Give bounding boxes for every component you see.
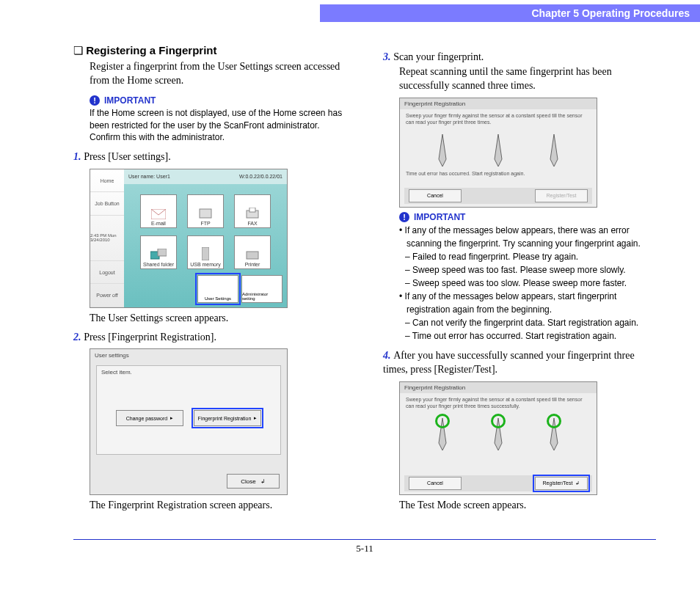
sidebar-power: Power off bbox=[90, 284, 124, 307]
sidebar-logout: Logout bbox=[90, 261, 124, 285]
step-4: 4. After you have successfully scanned y… bbox=[383, 348, 656, 377]
sidebar-home: Home bbox=[90, 169, 124, 193]
register-test-button[interactable]: Register/Test↲ bbox=[535, 477, 588, 490]
sidebar-time: 2:43 PM Mon 3/24/2010 bbox=[90, 216, 124, 261]
usb-icon: USB memory bbox=[187, 235, 224, 269]
svg-rect-7 bbox=[247, 252, 258, 259]
fax-icon: FAX bbox=[234, 194, 271, 228]
step-number: 2. bbox=[73, 332, 81, 343]
section-title: Registering a Fingerprint bbox=[73, 44, 346, 57]
svg-rect-6 bbox=[202, 247, 209, 260]
important-label: IMPORTANT bbox=[104, 95, 156, 106]
admin-setting-button[interactable]: Administrator setting bbox=[241, 275, 282, 303]
dialog-title: Fingerprint Registration bbox=[400, 98, 597, 109]
pen-icon bbox=[543, 133, 565, 168]
step-text: After you have successfully scanned your… bbox=[383, 350, 635, 376]
pen-row-success bbox=[400, 412, 597, 456]
step-1: 1. Press [User settings]. bbox=[73, 150, 346, 164]
screenshot-home: Home Job Button 2:43 PM Mon 3/24/2010 Lo… bbox=[90, 169, 288, 308]
icons-row-1: E-mail FTP FAX bbox=[124, 194, 287, 228]
svg-rect-5 bbox=[158, 249, 167, 256]
left-column: Registering a Fingerprint Register a fin… bbox=[73, 44, 346, 517]
step-3: 3. Scan your fingerprint. Repeat scannin… bbox=[383, 50, 656, 93]
important-label: IMPORTANT bbox=[414, 212, 465, 222]
shared-folder-icon: Shared folder bbox=[140, 235, 177, 269]
error-bullets: • If any of the messages below appears, … bbox=[399, 224, 656, 343]
step-2: 2. Press [Fingerprint Registration]. bbox=[73, 330, 346, 345]
user-settings-button[interactable]: User Settings bbox=[197, 275, 238, 303]
step-text: Press [Fingerprint Registration]. bbox=[84, 332, 216, 343]
step-text: Press [User settings]. bbox=[84, 151, 171, 162]
step-text: Scan your fingerprint. bbox=[393, 51, 484, 62]
register-test-button[interactable]: Register/Test bbox=[535, 189, 588, 202]
page-footer: 5-11 bbox=[73, 539, 656, 569]
ftp-icon: FTP bbox=[187, 194, 224, 228]
important-callout-2: ! IMPORTANT bbox=[399, 212, 656, 222]
step3-body: Repeat scanning until the same fingerpri… bbox=[399, 65, 656, 93]
chapter-header: Chapter 5 Operating Procedures bbox=[320, 4, 700, 22]
sidebar-job: Job Button bbox=[90, 192, 124, 216]
dialog-title: Fingerprint Registration bbox=[400, 382, 597, 393]
fingerprint-registration-button[interactable]: Fingerprint Registration▸ bbox=[194, 410, 261, 426]
step-number: 4. bbox=[383, 350, 391, 361]
step2-caption: The Fingerprint Registration screen appe… bbox=[90, 500, 346, 511]
step-number: 3. bbox=[383, 51, 391, 62]
topbar-user: User name: User1 bbox=[128, 174, 170, 179]
screenshot-usersettings: User settings Select item. Change passwo… bbox=[90, 348, 288, 495]
home-topbar: User name: User1 W:0.0.22/0.0.22/01 bbox=[124, 169, 287, 184]
dialog-title: User settings bbox=[90, 349, 287, 362]
dialog-msg: Sweep your finger firmly against the sen… bbox=[400, 109, 597, 128]
step4-caption: The Test Mode screen appears. bbox=[399, 500, 656, 511]
home-main: User name: User1 W:0.0.22/0.0.22/01 E-ma… bbox=[124, 169, 287, 307]
pen-icon bbox=[487, 133, 509, 168]
dialog-sub: Select item. bbox=[97, 366, 280, 378]
home-sidebar: Home Job Button 2:43 PM Mon 3/24/2010 Lo… bbox=[90, 169, 125, 307]
screenshot-fp-success: Fingerprint Registration Sweep your fing… bbox=[399, 381, 597, 495]
change-password-button[interactable]: Change password▸ bbox=[116, 410, 183, 426]
svg-rect-3 bbox=[249, 208, 255, 212]
svg-rect-1 bbox=[200, 209, 211, 218]
close-button[interactable]: Close↲ bbox=[227, 474, 280, 489]
exclamation-icon: ! bbox=[90, 95, 100, 106]
screenshot-fp-scan: Fingerprint Registration Sweep your fing… bbox=[399, 98, 597, 208]
step-number: 1. bbox=[73, 151, 81, 162]
icons-row-2: Shared folder USB memory Printer bbox=[124, 235, 287, 269]
right-column: 3. Scan your fingerprint. Repeat scannin… bbox=[383, 44, 656, 517]
section-intro: Register a fingerprint from the User Set… bbox=[90, 60, 346, 88]
important-callout: ! IMPORTANT bbox=[90, 95, 346, 106]
exclamation-icon: ! bbox=[399, 212, 409, 222]
cancel-button[interactable]: Cancel bbox=[409, 477, 462, 490]
cancel-button[interactable]: Cancel bbox=[409, 189, 462, 202]
pen-icon bbox=[431, 133, 453, 168]
topbar-ver: W:0.0.22/0.0.22/01 bbox=[239, 174, 282, 179]
error-text: Time out error has occurred. Start regis… bbox=[400, 169, 597, 178]
email-icon: E-mail bbox=[140, 194, 177, 228]
printer-icon: Printer bbox=[234, 235, 271, 269]
dialog-msg: Sweep your finger firmly against the sen… bbox=[400, 393, 597, 412]
important-note: If the Home screen is not displayed, use… bbox=[90, 107, 346, 144]
pen-row bbox=[400, 128, 597, 169]
step1-caption: The User Settings screen appears. bbox=[90, 312, 346, 324]
